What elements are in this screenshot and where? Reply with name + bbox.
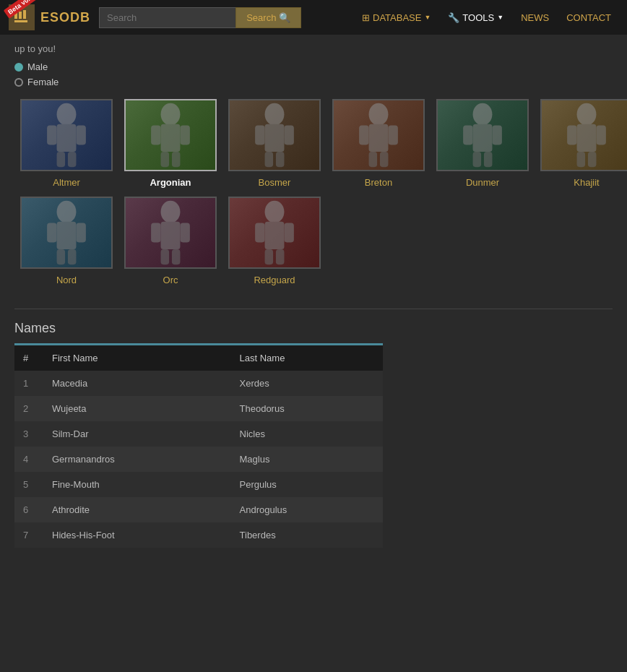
- cell-first-name: Macedia: [43, 371, 231, 396]
- race-item-bosmer[interactable]: Bosmer: [222, 99, 327, 197]
- cell-last-name: Pergulus: [231, 472, 383, 497]
- gender-male-radio[interactable]: [14, 63, 23, 72]
- cell-num: 3: [14, 421, 43, 447]
- svg-point-28: [473, 103, 493, 126]
- svg-rect-54: [255, 223, 264, 243]
- race-item-redguard[interactable]: Redguard: [222, 197, 327, 294]
- gender-male-label: Male: [27, 61, 48, 72]
- svg-rect-55: [284, 223, 293, 243]
- main-content: up to you! Male Female Altmer Argonian: [0, 35, 627, 562]
- table-header-row: # First Name Last Name: [14, 345, 383, 371]
- svg-point-46: [161, 201, 181, 223]
- svg-point-16: [265, 103, 285, 126]
- svg-rect-1: [19, 12, 22, 19]
- names-title: Names: [14, 321, 613, 336]
- cell-num: 5: [14, 472, 43, 497]
- svg-rect-8: [57, 152, 66, 167]
- search-area: Search 🔍: [99, 7, 301, 28]
- names-section: Names # First Name Last Name 1MacediaXer…: [14, 321, 613, 548]
- race-image-altmer: [20, 99, 113, 171]
- search-button-label: Search: [246, 12, 276, 23]
- cell-first-name: Fine-Mouth: [43, 472, 231, 497]
- table-row: 7Hides-His-FootTiberdes: [14, 522, 383, 548]
- gender-male-option[interactable]: Male: [14, 61, 613, 72]
- cell-last-name: Tiberdes: [231, 522, 383, 548]
- race-name-redguard: Redguard: [254, 275, 295, 285]
- svg-rect-18: [255, 126, 264, 145]
- svg-rect-36: [567, 126, 576, 145]
- svg-rect-48: [151, 223, 160, 243]
- race-name-breton: Breton: [365, 177, 392, 188]
- svg-rect-14: [161, 152, 170, 167]
- race-name-nord: Nord: [56, 275, 77, 285]
- svg-rect-11: [161, 124, 181, 152]
- svg-rect-42: [47, 223, 56, 243]
- svg-rect-17: [265, 124, 285, 152]
- gender-female-radio[interactable]: [14, 78, 23, 87]
- col-num: #: [14, 345, 43, 371]
- svg-point-34: [577, 103, 597, 126]
- tools-chevron: ▼: [497, 14, 503, 21]
- race-item-khajiit[interactable]: Khajiit: [535, 99, 627, 197]
- svg-point-52: [265, 201, 285, 223]
- col-first-name: First Name: [43, 345, 231, 371]
- svg-rect-56: [265, 249, 274, 264]
- svg-rect-38: [577, 152, 586, 167]
- svg-rect-6: [47, 126, 56, 145]
- database-icon: ⊞: [362, 12, 370, 23]
- svg-rect-50: [161, 249, 170, 264]
- race-image-nord: [20, 197, 113, 269]
- svg-rect-5: [57, 124, 77, 152]
- race-item-argonian[interactable]: Argonian: [118, 99, 222, 197]
- cell-num: 6: [14, 497, 43, 522]
- gender-female-label: Female: [27, 77, 59, 87]
- svg-rect-49: [180, 223, 189, 243]
- nav-contact-label: CONTACT: [566, 12, 611, 23]
- race-item-nord[interactable]: Nord: [14, 197, 118, 294]
- cell-first-name: Hides-His-Foot: [43, 522, 231, 548]
- svg-rect-39: [588, 152, 597, 167]
- svg-rect-45: [68, 249, 77, 264]
- race-name-orc: Orc: [163, 275, 178, 285]
- race-name-bosmer: Bosmer: [259, 177, 291, 188]
- race-image-khajiit: [540, 99, 627, 171]
- table-row: 2WujeetaTheodorus: [14, 396, 383, 421]
- svg-rect-26: [369, 152, 378, 167]
- gender-female-option[interactable]: Female: [14, 77, 613, 87]
- race-name-altmer: Altmer: [53, 177, 80, 188]
- search-button[interactable]: Search 🔍: [235, 7, 301, 28]
- cell-last-name: Nicles: [231, 421, 383, 447]
- svg-point-22: [369, 103, 389, 126]
- nav-item-database[interactable]: ⊞ DATABASE ▼: [355, 8, 438, 27]
- svg-rect-32: [473, 152, 482, 167]
- race-image-redguard: [228, 197, 321, 269]
- table-row: 3Silm-DarNicles: [14, 421, 383, 447]
- race-image-orc: [124, 197, 217, 269]
- cell-last-name: Androgulus: [231, 497, 383, 522]
- svg-rect-19: [284, 126, 293, 145]
- nav-item-tools[interactable]: 🔧 TOOLS ▼: [441, 8, 511, 27]
- intro-text: up to you!: [14, 43, 613, 54]
- race-item-altmer[interactable]: Altmer: [14, 99, 118, 197]
- race-image-argonian: [124, 99, 217, 171]
- search-input[interactable]: [99, 7, 235, 28]
- nav-item-news[interactable]: NEWS: [514, 8, 556, 27]
- race-item-breton[interactable]: Breton: [327, 99, 431, 197]
- logo-area: Beta v0.02 ESODB: [9, 4, 90, 30]
- table-row: 4GermanandrosMaglus: [14, 447, 383, 472]
- gender-options: Male Female: [14, 61, 613, 87]
- cell-num: 7: [14, 522, 43, 548]
- nav-item-contact[interactable]: CONTACT: [559, 8, 618, 27]
- race-item-orc[interactable]: Orc: [118, 197, 222, 294]
- table-body: 1MacediaXerdes2WujeetaTheodorus3Silm-Dar…: [14, 371, 383, 548]
- svg-rect-13: [180, 126, 189, 145]
- svg-rect-21: [276, 152, 285, 167]
- svg-rect-15: [172, 152, 181, 167]
- race-item-dunmer[interactable]: Dunmer: [431, 99, 535, 197]
- cell-first-name: Athrodite: [43, 497, 231, 522]
- svg-rect-29: [473, 124, 493, 152]
- nav-database-label: DATABASE: [373, 12, 421, 23]
- svg-point-4: [57, 103, 77, 126]
- svg-rect-53: [265, 222, 285, 249]
- table-row: 6AthroditeAndrogulus: [14, 497, 383, 522]
